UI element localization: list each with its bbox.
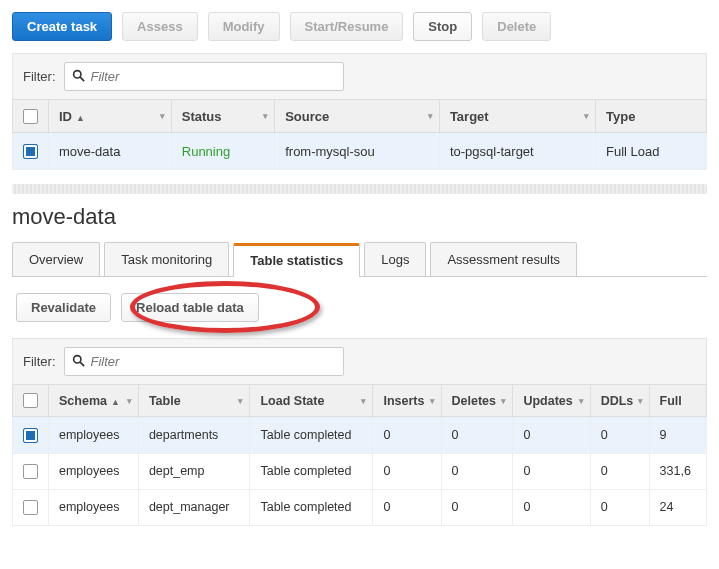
task-title: move-data [12, 204, 707, 230]
cell-source: from-mysql-sou [275, 133, 440, 170]
cell-load-state: Table completed [250, 453, 373, 489]
cell-inserts: 0 [373, 417, 441, 453]
cell-updates: 0 [513, 489, 590, 525]
cell-load-state: Table completed [250, 417, 373, 453]
search-icon [72, 69, 85, 85]
stop-button[interactable]: Stop [413, 12, 472, 41]
col-updates[interactable]: Updates▾ [513, 385, 590, 417]
tab-assessment-results[interactable]: Assessment results [430, 242, 577, 276]
assess-button[interactable]: Assess [122, 12, 198, 41]
cell-full: 331,6 [649, 453, 706, 489]
select-all-header[interactable] [13, 100, 49, 133]
svg-line-3 [80, 362, 84, 366]
filter-wrapper [64, 347, 344, 376]
modify-button[interactable]: Modify [208, 12, 280, 41]
cell-full: 9 [649, 417, 706, 453]
create-task-button[interactable]: Create task [12, 12, 112, 41]
cell-type: Full Load [596, 133, 707, 170]
tab-overview[interactable]: Overview [12, 242, 100, 276]
col-source[interactable]: Source▾ [275, 100, 440, 133]
main-toolbar: Create task Assess Modify Start/Resume S… [12, 12, 707, 41]
task-table: ID▲▾ Status▾ Source▾ Target▾ Type move-d… [12, 99, 707, 170]
col-deletes[interactable]: Deletes▾ [441, 385, 513, 417]
cell-table: dept_manager [138, 489, 250, 525]
row-checkbox[interactable] [23, 464, 38, 479]
row-checkbox[interactable] [23, 144, 38, 159]
stats-actions: Revalidate Reload table data [12, 277, 707, 338]
col-status[interactable]: Status▾ [171, 100, 274, 133]
col-target[interactable]: Target▾ [439, 100, 595, 133]
cell-ddls: 0 [590, 453, 649, 489]
cell-deletes: 0 [441, 489, 513, 525]
cell-load-state: Table completed [250, 489, 373, 525]
col-id[interactable]: ID▲▾ [49, 100, 172, 133]
filter-label: Filter: [23, 69, 56, 84]
cell-deletes: 0 [441, 417, 513, 453]
cell-deletes: 0 [441, 453, 513, 489]
start-resume-button[interactable]: Start/Resume [290, 12, 404, 41]
stats-table: Schema▲▾ Table▾ Load State▾ Inserts▾ Del… [12, 384, 707, 526]
cell-table: dept_emp [138, 453, 250, 489]
row-checkbox[interactable] [23, 428, 38, 443]
row-checkbox[interactable] [23, 500, 38, 515]
cell-id: move-data [49, 133, 172, 170]
detail-tabs: Overview Task monitoring Table statistic… [12, 242, 707, 277]
cell-inserts: 0 [373, 489, 441, 525]
cell-schema: employees [49, 489, 139, 525]
task-filter-row: Filter: [12, 53, 707, 99]
table-row[interactable]: employeesdept_empTable completed0000331,… [13, 453, 707, 489]
cell-schema: employees [49, 453, 139, 489]
svg-point-0 [73, 70, 80, 77]
stats-filter-row: Filter: [12, 338, 707, 384]
cell-inserts: 0 [373, 453, 441, 489]
tab-table-statistics[interactable]: Table statistics [233, 243, 360, 277]
delete-button[interactable]: Delete [482, 12, 551, 41]
col-full[interactable]: Full [649, 385, 706, 417]
col-schema[interactable]: Schema▲▾ [49, 385, 139, 417]
cell-table: departments [138, 417, 250, 453]
filter-wrapper [64, 62, 344, 91]
svg-point-2 [73, 355, 80, 362]
search-icon [72, 354, 85, 370]
cell-status: Running [182, 144, 230, 159]
table-row[interactable]: employeesdept_managerTable completed0000… [13, 489, 707, 525]
select-all-header[interactable] [13, 385, 49, 417]
filter-label: Filter: [23, 354, 56, 369]
col-inserts[interactable]: Inserts▾ [373, 385, 441, 417]
tab-logs[interactable]: Logs [364, 242, 426, 276]
cell-target: to-pgsql-target [439, 133, 595, 170]
reload-table-data-button[interactable]: Reload table data [121, 293, 259, 322]
table-row[interactable]: employeesdepartmentsTable completed00009 [13, 417, 707, 453]
cell-ddls: 0 [590, 417, 649, 453]
col-ddls[interactable]: DDLs▾ [590, 385, 649, 417]
col-table[interactable]: Table▾ [138, 385, 250, 417]
cell-full: 24 [649, 489, 706, 525]
table-row[interactable]: move-data Running from-mysql-sou to-pgsq… [13, 133, 707, 170]
tab-task-monitoring[interactable]: Task monitoring [104, 242, 229, 276]
task-filter-input[interactable] [64, 62, 344, 91]
col-load-state[interactable]: Load State▾ [250, 385, 373, 417]
cell-schema: employees [49, 417, 139, 453]
revalidate-button[interactable]: Revalidate [16, 293, 111, 322]
section-divider [12, 184, 707, 194]
svg-line-1 [80, 77, 84, 81]
cell-updates: 0 [513, 417, 590, 453]
stats-filter-input[interactable] [64, 347, 344, 376]
cell-ddls: 0 [590, 489, 649, 525]
col-type[interactable]: Type [596, 100, 707, 133]
cell-updates: 0 [513, 453, 590, 489]
